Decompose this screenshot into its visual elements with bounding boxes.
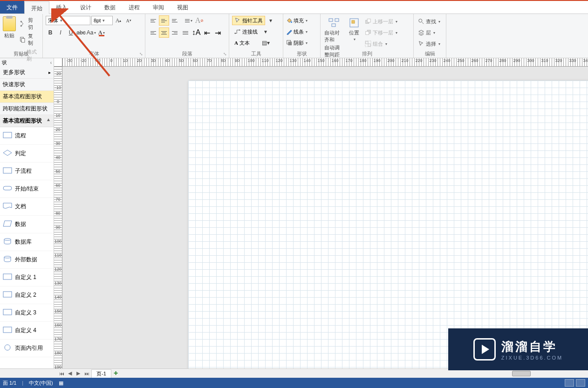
align-middle-button[interactable] [159, 15, 169, 26]
ruler-corner [54, 58, 62, 67]
horizontal-ruler[interactable]: -30-20-100102030405060708090100110120130… [62, 58, 588, 67]
tab-file[interactable]: 文件 [0, 1, 24, 14]
shape-stencil[interactable]: 子流程 [0, 163, 54, 180]
shadow-button[interactable]: 阴影▾ [286, 38, 317, 48]
font-size-combo[interactable]: 8pt▾ [91, 16, 113, 25]
shape-stencil[interactable]: 自定义 1 [0, 269, 54, 286]
text-direction-button[interactable]: ↕A [191, 27, 201, 38]
vertical-ruler[interactable]: -20-100102030405060708090100110120130140… [54, 67, 62, 368]
underline-button[interactable]: U [66, 28, 75, 37]
sidebar-category[interactable]: 快速形状 [0, 79, 54, 91]
tab-design[interactable]: 设计 [74, 1, 98, 14]
italic-button[interactable]: I [56, 28, 65, 37]
shape-icon [3, 344, 12, 352]
font-name-combo[interactable]: 宋体▾ [46, 16, 90, 25]
cut-button[interactable]: 剪切 [18, 16, 40, 31]
shape-stencil[interactable]: 文档 [0, 198, 54, 216]
sidebar-category[interactable]: 更多形状▸ [0, 67, 54, 79]
view-fullscreen-button[interactable] [576, 379, 585, 387]
shape-stencil[interactable]: 流程 [0, 127, 54, 145]
shape-icon [3, 132, 12, 140]
align-center-button[interactable] [159, 27, 169, 38]
page-nav-prev[interactable]: ◀ [66, 370, 74, 376]
watermark-logo: 溜溜自学 ZIXUE.3D66.COM [448, 328, 588, 370]
line-button[interactable]: 线条▾ [286, 27, 317, 37]
page-tab-1[interactable]: 页-1 [91, 369, 111, 378]
sidebar-category[interactable]: 跨职能流程图形状 [0, 103, 54, 115]
shapes-list[interactable]: 流程判定子流程开始/结束文档数据数据库外部数据自定义 1自定义 2自定义 3自定… [0, 127, 54, 368]
shape-stencil[interactable]: 页面内引用 [0, 340, 54, 357]
font-color-button[interactable]: A▾ [97, 28, 106, 37]
sidebar-category[interactable]: 基本流程图形状 [0, 91, 54, 103]
page-nav-next[interactable]: ▶ [75, 370, 82, 376]
shape-stencil[interactable]: 自定义 3 [0, 304, 54, 322]
view-normal-button[interactable] [565, 379, 574, 387]
send-backward-button[interactable]: 下移一层▾ [363, 27, 399, 38]
tab-data[interactable]: 数据 [98, 1, 122, 14]
copy-button[interactable]: 复制 [18, 32, 40, 47]
connector-icon [234, 28, 241, 35]
group-button[interactable]: 组合▾ [363, 39, 399, 49]
tools-gallery-button[interactable]: ▤▾ [261, 38, 271, 48]
tab-process[interactable]: 进程 [122, 1, 146, 14]
tab-insert[interactable]: 插入 [49, 1, 74, 14]
select-button[interactable]: 选择▾ [417, 39, 443, 49]
shape-stencil[interactable]: 开始/结束 [0, 180, 54, 198]
pointer-tool-button[interactable]: 指针工具 [232, 16, 265, 25]
align-left-button[interactable] [148, 27, 158, 38]
copy-icon [20, 36, 26, 43]
bring-forward-button[interactable]: 上移一层▾ [363, 16, 399, 27]
status-page: 面 1/1 [3, 380, 16, 387]
change-case-button[interactable]: Aa▾ [87, 28, 96, 37]
tab-view[interactable]: 视图 [171, 1, 195, 14]
find-button[interactable]: 查找▾ [417, 16, 443, 27]
shape-stencil[interactable]: 判定 [0, 145, 54, 163]
align-bottom-button[interactable] [170, 15, 180, 26]
font-dialog-launcher[interactable]: ⤡ [138, 51, 144, 57]
bold-button[interactable]: B [46, 28, 55, 37]
shape-stencil[interactable]: 自定义 4 [0, 322, 54, 340]
shrink-font-button[interactable]: A▾ [124, 16, 133, 25]
decrease-indent-button[interactable]: ⇤ [202, 27, 212, 38]
svg-rect-25 [3, 327, 12, 333]
tab-home[interactable]: 开始 [24, 1, 49, 14]
clear-formatting-button[interactable]: A⊘ [194, 15, 205, 26]
shape-icon [3, 291, 12, 299]
align-right-button[interactable] [170, 27, 180, 38]
select-icon [418, 41, 424, 47]
page-nav-first[interactable]: ⏮ [58, 371, 65, 376]
scroll-up-icon[interactable]: ▲ [46, 117, 51, 122]
connector-tool-dropdown[interactable]: ▾ [261, 27, 270, 36]
page-nav-last[interactable]: ⏭ [83, 371, 90, 376]
status-macro-icon[interactable]: ▦ [59, 380, 63, 386]
tab-review[interactable]: 审阅 [146, 1, 171, 14]
shape-icon [3, 256, 12, 264]
strike-button[interactable]: abc [76, 28, 86, 37]
page-add[interactable]: ✚ [112, 370, 120, 376]
fill-button[interactable]: 填充▾ [286, 15, 317, 26]
shape-stencil[interactable]: 自定义 2 [0, 286, 54, 304]
pointer-tool-dropdown[interactable]: ▾ [266, 16, 275, 25]
hscroll-thumb[interactable] [512, 371, 531, 376]
layers-button[interactable]: 层▾ [417, 27, 443, 38]
drawing-page[interactable] [188, 81, 588, 368]
connector-tool-button[interactable]: 连接线 [232, 27, 260, 36]
para-dialog-launcher[interactable]: ⤡ [222, 51, 228, 57]
shape-icon [3, 273, 12, 281]
shape-stencil[interactable]: 数据库 [0, 233, 54, 251]
ribbon-tabs: 文件 开始 插入 设计 数据 进程 审阅 视图 [0, 1, 588, 14]
position-button[interactable]: 位置 ▾ [347, 15, 362, 43]
canvas[interactable] [62, 67, 588, 368]
shape-stencil[interactable]: 外部数据 [0, 251, 54, 269]
group-icon [365, 41, 371, 47]
align-top-button[interactable] [148, 15, 158, 26]
shape-stencil[interactable]: 数据 [0, 216, 54, 233]
increase-indent-button[interactable]: ⇥ [212, 27, 223, 38]
text-tool-button[interactable]: A 文本 [232, 38, 252, 48]
align-justify-button[interactable] [180, 27, 191, 38]
bullets-button[interactable]: ▾ [184, 15, 194, 26]
svg-rect-7 [335, 19, 339, 21]
shapes-panel-collapse[interactable]: ‹ [50, 60, 52, 65]
status-lang[interactable]: 中文(中国) [29, 380, 53, 387]
grow-font-button[interactable]: A▴ [114, 16, 123, 25]
